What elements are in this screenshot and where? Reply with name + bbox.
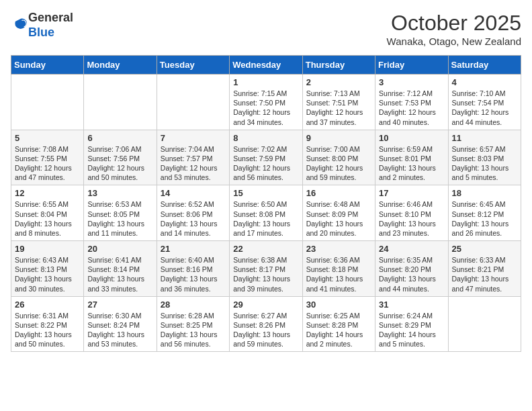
calendar-cell: 15Sunrise: 6:50 AMSunset: 8:08 PMDayligh… — [230, 185, 302, 241]
day-info-line: Sunset: 8:05 PM — [87, 210, 152, 219]
day-number: 23 — [306, 244, 371, 254]
calendar-cell — [11, 75, 84, 130]
day-info-line: Sunset: 8:21 PM — [452, 265, 517, 274]
calendar-cell: 6Sunrise: 7:06 AMSunset: 7:56 PMDaylight… — [84, 130, 157, 185]
day-info-line: Daylight: 13 hours and 39 minutes. — [233, 274, 298, 293]
day-number: 5 — [15, 133, 80, 143]
day-info-line: Sunset: 8:18 PM — [306, 265, 371, 274]
calendar-cell: 18Sunrise: 6:45 AMSunset: 8:12 PMDayligh… — [448, 185, 521, 241]
day-info-line: Daylight: 12 hours and 59 minutes. — [306, 163, 371, 182]
day-info-line: Sunset: 7:53 PM — [379, 98, 444, 107]
day-info-line: Sunrise: 6:48 AM — [306, 199, 371, 209]
calendar-cell: 12Sunrise: 6:55 AMSunset: 8:04 PMDayligh… — [11, 185, 84, 241]
day-info-line: Sunrise: 6:24 AM — [379, 311, 444, 320]
day-info-line: Daylight: 12 hours and 44 minutes. — [452, 107, 517, 126]
logo: General Blue — [11, 11, 73, 40]
day-info-line: Sunrise: 7:00 AM — [306, 144, 371, 154]
day-info-line: Sunrise: 6:53 AM — [87, 199, 152, 209]
day-info-line: Sunset: 8:17 PM — [233, 265, 298, 274]
day-info-line: Daylight: 12 hours and 34 minutes. — [233, 107, 298, 126]
day-number: 30 — [306, 300, 371, 310]
day-number: 19 — [15, 244, 80, 254]
day-info-line: Sunset: 8:13 PM — [15, 265, 80, 274]
day-info-line: Sunset: 8:12 PM — [452, 210, 517, 219]
day-number: 15 — [233, 188, 298, 198]
day-number: 6 — [87, 133, 152, 143]
day-number: 31 — [379, 300, 444, 310]
day-info-line: Sunrise: 6:25 AM — [306, 311, 371, 320]
column-header-monday: Monday — [84, 56, 157, 75]
day-info-line: Daylight: 13 hours and 14 minutes. — [161, 219, 226, 238]
calendar-cell: 25Sunrise: 6:33 AMSunset: 8:21 PMDayligh… — [448, 241, 521, 297]
calendar-cell: 26Sunrise: 6:31 AMSunset: 8:22 PMDayligh… — [11, 296, 84, 352]
day-number: 22 — [233, 244, 298, 254]
day-number: 20 — [87, 244, 152, 254]
calendar-cell: 17Sunrise: 6:46 AMSunset: 8:10 PMDayligh… — [375, 185, 448, 241]
day-info-line: Daylight: 13 hours and 50 minutes. — [15, 330, 80, 349]
day-info-line: Daylight: 13 hours and 5 minutes. — [452, 163, 517, 182]
day-info-line: Sunrise: 6:50 AM — [233, 199, 298, 209]
calendar-cell: 24Sunrise: 6:35 AMSunset: 8:20 PMDayligh… — [375, 241, 448, 297]
calendar-cell: 3Sunrise: 7:12 AMSunset: 7:53 PMDaylight… — [375, 75, 448, 130]
day-info-line: Sunset: 8:00 PM — [306, 154, 371, 163]
day-info-line: Daylight: 13 hours and 8 minutes. — [15, 219, 80, 238]
day-info-line: Sunset: 8:25 PM — [161, 320, 226, 330]
day-info-line: Sunset: 7:57 PM — [161, 154, 226, 163]
calendar-week-row: 19Sunrise: 6:43 AMSunset: 8:13 PMDayligh… — [11, 241, 521, 297]
logo-icon — [12, 16, 28, 32]
day-info-line: Sunrise: 7:15 AM — [233, 89, 298, 98]
day-info-line: Sunrise: 7:13 AM — [306, 89, 371, 98]
calendar-cell — [157, 75, 229, 130]
day-info-line: Daylight: 13 hours and 33 minutes. — [87, 274, 152, 293]
calendar-cell: 20Sunrise: 6:41 AMSunset: 8:14 PMDayligh… — [84, 241, 157, 297]
column-header-tuesday: Tuesday — [157, 56, 229, 75]
column-header-sunday: Sunday — [11, 56, 84, 75]
day-info-line: Daylight: 13 hours and 56 minutes. — [161, 330, 226, 349]
day-info-line: Sunset: 8:08 PM — [233, 210, 298, 219]
day-info-line: Daylight: 13 hours and 30 minutes. — [15, 274, 80, 293]
column-header-saturday: Saturday — [448, 56, 521, 75]
day-info-line: Daylight: 13 hours and 2 minutes. — [379, 163, 444, 182]
day-number: 9 — [306, 133, 371, 143]
calendar-cell: 14Sunrise: 6:52 AMSunset: 8:06 PMDayligh… — [157, 185, 229, 241]
day-info-line: Sunset: 7:56 PM — [87, 154, 152, 163]
day-info-line: Sunrise: 6:55 AM — [15, 199, 80, 209]
day-info-line: Sunrise: 6:46 AM — [379, 199, 444, 209]
day-number: 29 — [233, 300, 298, 310]
day-number: 26 — [15, 300, 80, 310]
day-info-line: Sunrise: 6:52 AM — [161, 199, 226, 209]
logo-blue-text: Blue — [28, 26, 73, 40]
calendar-cell: 23Sunrise: 6:36 AMSunset: 8:18 PMDayligh… — [302, 241, 375, 297]
calendar-week-row: 12Sunrise: 6:55 AMSunset: 8:04 PMDayligh… — [11, 185, 521, 241]
day-info-line: Daylight: 12 hours and 37 minutes. — [306, 107, 371, 126]
day-info-line: Sunrise: 6:28 AM — [161, 311, 226, 320]
calendar-cell: 16Sunrise: 6:48 AMSunset: 8:09 PMDayligh… — [302, 185, 375, 241]
day-info-line: Daylight: 13 hours and 41 minutes. — [306, 274, 371, 293]
day-number: 2 — [306, 77, 371, 87]
day-info-line: Daylight: 13 hours and 36 minutes. — [161, 274, 226, 293]
day-info-line: Sunset: 8:14 PM — [87, 265, 152, 274]
calendar-week-row: 1Sunrise: 7:15 AMSunset: 7:50 PMDaylight… — [11, 75, 521, 130]
day-info-line: Daylight: 14 hours and 2 minutes. — [306, 330, 371, 349]
day-info-line: Daylight: 13 hours and 23 minutes. — [379, 219, 444, 238]
day-info-line: Sunset: 8:09 PM — [306, 210, 371, 219]
day-info-line: Daylight: 13 hours and 59 minutes. — [233, 330, 298, 349]
calendar-cell: 28Sunrise: 6:28 AMSunset: 8:25 PMDayligh… — [157, 296, 229, 352]
day-info-line: Daylight: 13 hours and 17 minutes. — [233, 219, 298, 238]
day-info-line: Sunset: 7:59 PM — [233, 154, 298, 163]
calendar-cell: 1Sunrise: 7:15 AMSunset: 7:50 PMDaylight… — [230, 75, 302, 130]
day-info-line: Sunrise: 6:41 AM — [87, 255, 152, 265]
day-info-line: Sunrise: 6:45 AM — [452, 199, 517, 209]
day-number: 17 — [379, 188, 444, 198]
day-number: 3 — [379, 77, 444, 87]
day-info-line: Daylight: 12 hours and 56 minutes. — [233, 163, 298, 182]
day-number: 24 — [379, 244, 444, 254]
day-number: 7 — [161, 133, 226, 143]
day-info-line: Sunrise: 7:06 AM — [87, 144, 152, 154]
day-number: 13 — [87, 188, 152, 198]
day-info-line: Sunrise: 6:30 AM — [87, 311, 152, 320]
day-info-line: Daylight: 13 hours and 20 minutes. — [306, 219, 371, 238]
calendar-table: SundayMondayTuesdayWednesdayThursdayFrid… — [11, 55, 521, 352]
day-info-line: Sunrise: 6:38 AM — [233, 255, 298, 265]
day-number: 28 — [161, 300, 226, 310]
